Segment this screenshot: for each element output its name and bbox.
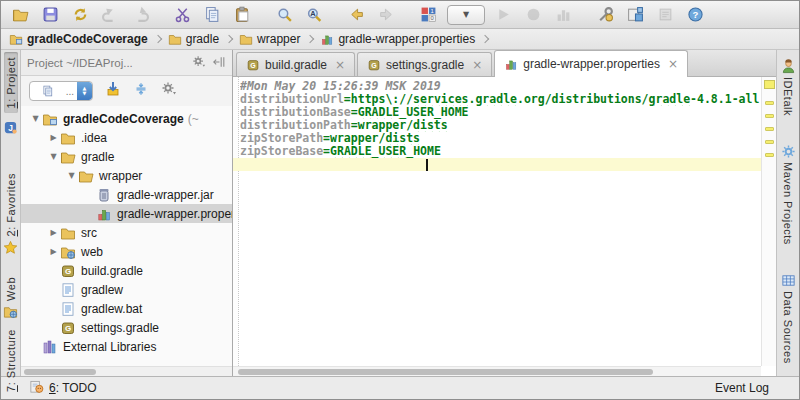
tab-settings-gradle[interactable]: Gsettings.gradle× [357,52,492,76]
close-icon[interactable]: × [472,58,482,72]
tree-item-gradle[interactable]: ▼gradle [21,147,232,166]
main-area: 1: ProjectJ2: FavoritesWeb7: Structure P… [1,50,799,376]
editor-hscrollbar[interactable] [233,366,761,376]
tree-item-gradle-wrapper-properties[interactable]: gradle-wrapper.properties [21,204,232,223]
breadcrumb-item-gradlecodecoverage[interactable]: gradleCodeCoverage [9,32,148,46]
view-selector-combo[interactable]: ... ▲▼ [29,81,93,101]
toolbar-run-button[interactable] [492,4,515,26]
code-segment: zipStoreBase [240,145,323,158]
toolbar-synchronize-button[interactable] [69,4,92,26]
tree-item-src[interactable]: ▶src [21,223,232,242]
tree-item-gradlew-bat[interactable]: gradlew.bat [21,299,232,318]
toolwindow-button-idetalk-window[interactable]: J [2,115,19,140]
project-folder-icon [42,111,58,127]
hide-panel-icon[interactable] [212,55,226,71]
expand-arrow-icon[interactable]: ▶ [47,247,60,256]
breadcrumb-item-wrapper[interactable]: wrapper [239,32,300,46]
project-panel-hscrollbar[interactable] [21,366,232,376]
toolbar-help-button[interactable]: ? [684,4,707,26]
tree-item-gradlecodecoverage[interactable]: ▼gradleCodeCoverage(~ [21,109,232,128]
tree-item-wrapper[interactable]: ▼wrapper [21,166,232,185]
toolwindow-button-7-structure[interactable]: 7: Structure [4,324,18,397]
inspection-summary-icon[interactable] [764,80,775,89]
code-segment: = [323,145,330,158]
gradle-file-icon: G [246,58,260,72]
tab-build-gradle[interactable]: Gbuild.gradle× [236,52,355,76]
code-segment: .org/distributions/ [517,93,649,106]
tree-item-label: build.gradle [81,264,143,278]
breadcrumb-label: gradle-wrapper.properties [338,32,475,46]
warning-stripe-mark[interactable] [765,114,774,118]
tree-item-label: gradle-wrapper.jar [117,188,214,202]
close-icon[interactable]: × [668,57,678,71]
left-toolwindow-strip: 1: ProjectJ2: FavoritesWeb7: Structure [1,50,21,376]
combo-spinner-icon[interactable]: ▲▼ [77,82,92,100]
toolbar-project-structure-button[interactable] [624,4,647,26]
collapse-all-icon[interactable] [133,81,149,101]
toolwindow-button-web[interactable]: Web [2,272,19,324]
tab-gradle-wrapper-properties[interactable]: gradle-wrapper.properties× [494,50,688,77]
tab-label: settings.gradle [386,58,464,72]
svg-text:?: ? [693,9,699,20]
toolbar-back-button[interactable] [345,4,368,26]
toolbar-compile-changed-button[interactable]: 10 [417,4,440,26]
tree-item-build-gradle[interactable]: Gbuild.gradle [21,261,232,280]
toolwindow-button-data-sources[interactable]: Data Sources [780,268,797,369]
toolbar-redo-button[interactable] [129,4,152,26]
warning-stripe-mark[interactable] [765,140,774,144]
toolwindow-button-maven-projects[interactable]: Maven Projects [780,139,797,250]
toolbar-open-button[interactable] [9,4,32,26]
code-segment: -4.8.1-all [690,93,759,106]
folder-icon [60,130,76,146]
warning-stripe-mark[interactable] [765,101,774,105]
event-log-button[interactable]: Event Log [715,381,769,395]
editor[interactable]: #Mon May 20 15:26:39 MSK 2019distributio… [233,77,776,376]
toolwindow-label: 2: Favorites [5,173,17,236]
toolbar-replace-button[interactable]: A [303,4,326,26]
star-icon [3,240,18,255]
toolwindow-button-2-favorites[interactable]: 2: Favorites [2,168,19,259]
expand-arrow-icon[interactable]: ▶ [47,133,60,142]
toolbar-run-with-coverage-button[interactable] [552,4,575,26]
code-segment: =wrapper/ [351,119,413,132]
expand-arrow-icon[interactable]: ▼ [65,171,78,180]
warning-stripe-mark[interactable] [765,153,774,157]
error-stripe[interactable] [761,77,776,366]
run-configurations-combo[interactable]: ▼ [447,5,485,25]
gear-dropdown-icon[interactable] [192,55,206,71]
todo-label: 6: TODO [49,381,97,395]
close-icon[interactable]: × [335,58,345,72]
toolwindow-button-1-project[interactable]: 1: Project [4,52,18,113]
tree-item-external-libraries[interactable]: External Libraries [21,337,232,356]
tree-item-idea[interactable]: ▶.idea [21,128,232,147]
toolbar-export-button[interactable] [654,4,677,26]
toolbar-forward-button[interactable] [375,4,398,26]
toolbar-copy-button[interactable] [201,4,224,26]
tree-item-gradle-wrapper-jar[interactable]: gradle-wrapper.jar [21,185,232,204]
expand-arrow-icon[interactable]: ▶ [47,228,60,237]
warning-stripe-mark[interactable] [765,127,774,131]
todo-toolwindow-button[interactable]: 6: TODO [29,379,97,397]
tree-item-web[interactable]: ▶web [21,242,232,261]
breadcrumb-item-gradle-wrapper-properties[interactable]: gradle-wrapper.properties [320,32,475,46]
scrollbar-thumb[interactable] [238,369,653,375]
expand-arrow-icon[interactable]: ▼ [47,152,60,161]
tree-item-settings-gradle[interactable]: Gsettings.gradle [21,318,232,337]
toolbar-separator [159,14,164,15]
toolbar-save-button[interactable] [39,4,62,26]
toolwindow-button-idetalk[interactable]: IDEtalk [780,54,797,121]
code-segment: = [351,106,358,119]
todo-icon [29,379,44,397]
scrollbar-thumb[interactable] [24,369,96,375]
expand-arrow-icon[interactable]: ▼ [29,114,42,123]
scroll-to-source-icon[interactable] [105,81,121,101]
toolbar-undo-button[interactable] [99,4,122,26]
tree-item-gradlew[interactable]: gradlew [21,280,232,299]
breadcrumb-item-gradle[interactable]: gradle [168,32,219,46]
toolbar-debug-button[interactable] [522,4,545,26]
toolbar-cut-button[interactable] [171,4,194,26]
settings-gear-icon[interactable] [161,81,177,101]
toolbar-paste-button[interactable] [231,4,254,26]
toolbar-edit-configurations-button[interactable] [594,4,617,26]
toolbar-find-button[interactable] [273,4,296,26]
